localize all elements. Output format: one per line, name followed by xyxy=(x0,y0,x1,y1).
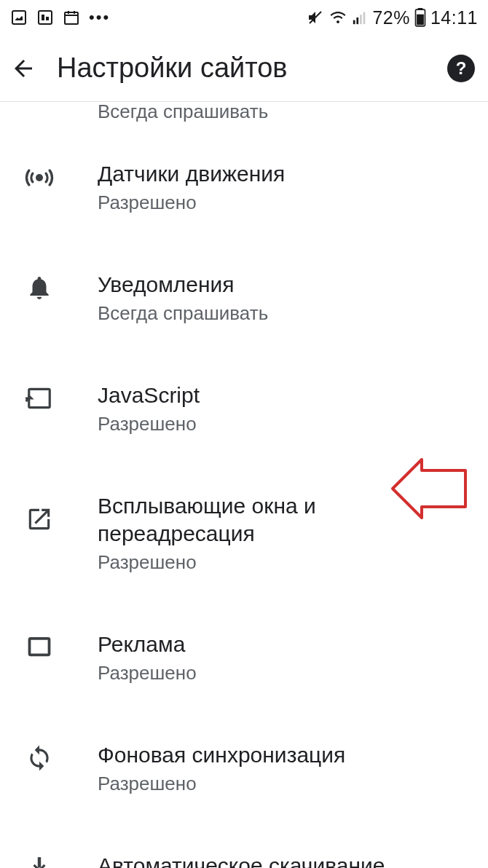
svg-rect-2 xyxy=(42,15,44,20)
bell-icon xyxy=(17,271,61,301)
setting-item-auto-download[interactable]: Автоматическое скачивание Всегда спрашив… xyxy=(0,832,488,868)
setting-item-subtitle: Разрешено xyxy=(98,661,473,684)
svg-rect-19 xyxy=(38,857,41,867)
ads-icon xyxy=(17,631,61,660)
app-bar: Настройки сайтов ? xyxy=(0,35,488,102)
image-icon xyxy=(10,9,28,26)
setting-item-title: Датчики движения xyxy=(98,160,473,188)
setting-item-title: Автоматическое скачивание xyxy=(98,852,473,868)
clock-text: 14:11 xyxy=(430,7,478,28)
setting-item-notifications[interactable]: Уведомления Всегда спрашивать xyxy=(0,250,488,345)
setting-item-subtitle: Разрешено xyxy=(98,772,473,795)
sync-icon xyxy=(17,741,61,772)
notification-icon xyxy=(36,9,54,26)
battery-percent: 72% xyxy=(372,7,410,28)
calendar-icon xyxy=(63,9,80,26)
setting-item-subtitle: Всегда спрашивать xyxy=(98,301,473,325)
svg-rect-18 xyxy=(30,639,50,655)
setting-item-popups[interactable]: Всплывающие окна и переадресация Разреше… xyxy=(0,472,488,594)
svg-rect-3 xyxy=(46,17,49,20)
signal-icon xyxy=(352,9,368,25)
svg-rect-14 xyxy=(418,8,423,10)
page-title: Настройки сайтов xyxy=(57,52,430,84)
download-icon xyxy=(17,852,61,868)
help-button[interactable]: ? xyxy=(447,55,475,82)
setting-item-motion-sensors[interactable]: Датчики движения Разрешено xyxy=(0,140,488,234)
setting-item-title: Уведомления xyxy=(98,271,473,299)
svg-rect-1 xyxy=(39,11,52,24)
more-icon: ••• xyxy=(89,8,110,27)
back-button[interactable] xyxy=(7,52,39,84)
setting-item-background-sync[interactable]: Фоновая синхронизация Разрешено xyxy=(0,721,488,816)
status-right-icons: 72% 14:11 xyxy=(307,7,478,28)
settings-list: Всегда спрашивать Датчики движения Разре… xyxy=(0,99,488,868)
status-left-icons: ••• xyxy=(10,8,110,27)
setting-item-javascript[interactable]: JavaScript Разрешено xyxy=(0,361,488,456)
svg-rect-12 xyxy=(363,12,366,24)
setting-item-title: Реклама xyxy=(98,631,473,658)
svg-rect-9 xyxy=(353,20,355,24)
status-bar: ••• 72% 14:11 xyxy=(0,0,488,35)
svg-rect-15 xyxy=(417,15,424,25)
setting-item-subtitle: Разрешено xyxy=(98,551,473,574)
svg-rect-10 xyxy=(357,17,359,24)
battery-icon xyxy=(414,8,426,27)
setting-item-title: Всплывающие окна и переадресация xyxy=(98,492,473,548)
setting-item-subtitle: Разрешено xyxy=(98,191,473,214)
setting-item-title: JavaScript xyxy=(98,382,473,409)
svg-rect-4 xyxy=(65,12,78,24)
partial-item-top-subtitle: Всегда спрашивать xyxy=(0,99,488,124)
setting-item-title: Фоновая синхронизация xyxy=(98,741,473,769)
svg-rect-11 xyxy=(360,15,362,24)
javascript-icon xyxy=(17,382,61,412)
help-icon: ? xyxy=(456,58,467,79)
svg-rect-0 xyxy=(12,11,25,24)
svg-point-16 xyxy=(36,174,43,181)
wifi-icon xyxy=(328,9,347,26)
setting-item-ads[interactable]: Реклама Разрешено xyxy=(0,610,488,705)
setting-item-subtitle: Разрешено xyxy=(98,412,473,435)
popup-icon xyxy=(17,492,61,533)
motion-sensors-icon xyxy=(17,160,61,192)
arrow-back-icon xyxy=(10,55,36,82)
mute-icon xyxy=(307,9,324,26)
